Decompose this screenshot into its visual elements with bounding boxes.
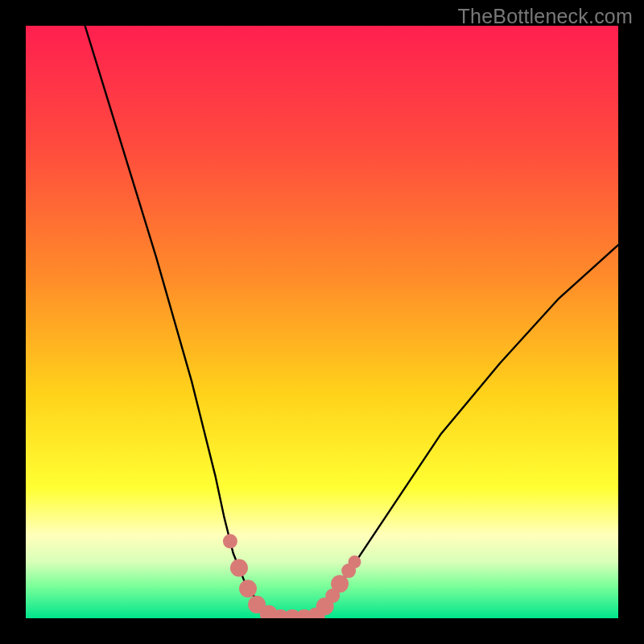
data-marker — [331, 575, 349, 592]
gradient-background — [26, 26, 618, 618]
data-marker — [239, 580, 257, 597]
chart-frame: TheBottleneck.com — [0, 0, 644, 644]
watermark-text: TheBottleneck.com — [458, 5, 633, 28]
plot-area — [26, 26, 618, 618]
data-marker — [348, 555, 361, 568]
data-marker — [230, 559, 248, 576]
data-marker — [223, 534, 237, 548]
chart-svg — [26, 26, 618, 618]
